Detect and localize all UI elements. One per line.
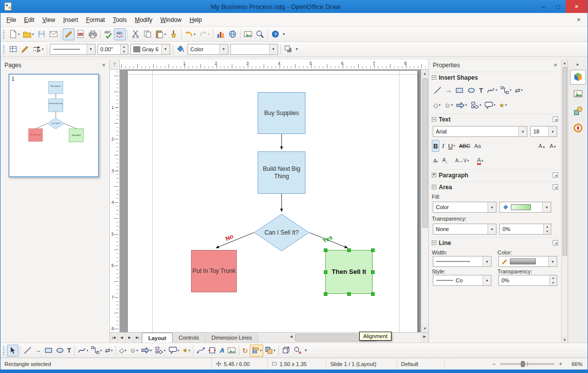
gallery-tab[interactable] [570, 87, 586, 102]
extrusion-button[interactable] [281, 345, 292, 357]
copy-button[interactable] [141, 28, 153, 40]
text-tool[interactable]: T [66, 345, 73, 357]
line-dialog-launcher-icon[interactable] [553, 240, 558, 246]
open-button[interactable] [21, 28, 36, 40]
scroll-right-icon[interactable]: ▶ [421, 333, 428, 340]
page-thumbnail[interactable]: 1 Buy Supplies Build Next Big Thing Can … [8, 74, 99, 177]
flow-node-buy-supplies[interactable]: Buy Supplies [258, 92, 305, 134]
menu-file[interactable]: File [2, 14, 20, 26]
selection-handle-w[interactable] [324, 270, 327, 274]
zoom-button[interactable] [254, 28, 266, 40]
arrow-style-button[interactable] [31, 43, 45, 55]
first-page-nav-icon[interactable]: |◀ [110, 333, 118, 343]
selection-handle-nw[interactable] [324, 249, 327, 252]
scroll-up-icon[interactable]: ▲ [562, 60, 568, 66]
line-tool[interactable] [22, 345, 33, 357]
flow-node-can-i-sell-it[interactable]: Can I Sell It? [254, 214, 309, 251]
callout-shapes-tool[interactable] [167, 345, 181, 357]
ellipse-tool[interactable] [54, 345, 66, 357]
tab-layout[interactable]: Layout [142, 333, 173, 343]
toolbar-options-icon[interactable]: ▾ [282, 28, 287, 40]
paragraph-dialog-launcher-icon[interactable] [553, 172, 558, 178]
shadow-button[interactable] [283, 43, 294, 55]
vertical-scrollbar[interactable]: ▲ ▼ [421, 70, 428, 332]
prev-page-nav-icon[interactable]: ◀ [118, 333, 126, 343]
scroll-left-icon[interactable]: ◀ [288, 333, 295, 340]
arrow-line-tool[interactable]: → [444, 84, 453, 96]
menu-help[interactable]: Help [186, 14, 206, 26]
change-case-button[interactable]: Aa [473, 140, 482, 152]
fontwork-button[interactable]: A [218, 345, 225, 357]
lines-and-arrows-tool[interactable]: ⇄ [513, 84, 524, 96]
selection-handle-e[interactable] [371, 270, 375, 274]
rotate-button[interactable]: ↻ [241, 345, 250, 357]
edit-points-button[interactable] [195, 345, 206, 357]
close-button[interactable]: × [566, 0, 588, 13]
toolbar-grip[interactable] [3, 30, 4, 39]
collapse-icon[interactable]: − [432, 117, 436, 122]
paste-button[interactable] [153, 28, 168, 40]
toolbar-grip[interactable] [3, 45, 4, 54]
star-shapes-tool[interactable]: ★ [181, 345, 192, 357]
menu-tools[interactable]: Tools [109, 14, 131, 26]
interaction-button[interactable] [292, 345, 303, 357]
collapse-icon[interactable]: − [432, 241, 436, 245]
character-spacing-button[interactable]: A↔V [454, 155, 471, 167]
chart-button[interactable] [215, 28, 227, 40]
menu-window[interactable]: Window [156, 14, 186, 26]
sidebar-line-width-select[interactable]: ▾ [433, 256, 491, 267]
flow-node-build-next-big-thing[interactable]: Build Next Big Thing [258, 151, 305, 194]
scroll-down-icon[interactable]: ▼ [421, 325, 429, 332]
horizontal-scroll-track[interactable] [295, 333, 421, 343]
tab-controls[interactable]: Controls [173, 333, 205, 343]
selection-handle-n[interactable] [347, 249, 351, 252]
maximize-button[interactable]: □ [551, 0, 566, 13]
bold-button[interactable]: B [432, 140, 439, 152]
area-fill-color-select[interactable]: ▾ [499, 202, 551, 213]
selection-handle-ne[interactable] [371, 249, 375, 252]
styles-tab[interactable] [570, 104, 586, 119]
underline-button[interactable]: U [447, 140, 457, 152]
selection-handle-sw[interactable] [324, 292, 327, 296]
superscript-button[interactable]: Aᵃ [432, 155, 440, 167]
decrease-font-button[interactable]: A▼ [548, 140, 558, 152]
spellcheck-button[interactable]: ABC [102, 28, 114, 40]
connector-tool[interactable] [499, 84, 513, 96]
edit-file-button[interactable] [63, 28, 75, 40]
basic-shapes-tool[interactable]: ◇ [432, 99, 442, 111]
selection-handle-se[interactable] [371, 292, 375, 296]
section-insert-shapes[interactable]: −Insert Shapes [432, 72, 558, 83]
hyperlink-button[interactable] [227, 28, 239, 40]
undo-button[interactable] [183, 28, 197, 40]
sidebar-menu-icon[interactable]: ▸ [574, 61, 583, 68]
font-color-button[interactable]: A [476, 155, 485, 167]
horizontal-scrollbar[interactable]: ◀ ▶ [288, 333, 428, 343]
fill-style-select[interactable]: Color▾ [188, 44, 228, 55]
export-pdf-button[interactable]: PDF [75, 28, 87, 40]
clone-formatting-button[interactable] [168, 28, 180, 40]
glue-points-button[interactable] [206, 345, 218, 357]
sidebar-line-color-select[interactable]: ▾ [498, 256, 557, 267]
tab-dimension-lines[interactable]: Dimension Lines [205, 333, 258, 343]
menu-view[interactable]: View [38, 14, 59, 26]
text-dialog-launcher-icon[interactable] [553, 117, 558, 122]
flowchart-shapes-tool[interactable] [469, 99, 483, 111]
zoom-in-icon[interactable]: + [558, 361, 564, 368]
symbol-shapes-tool[interactable]: ☺ [128, 345, 140, 357]
properties-tab[interactable] [570, 70, 586, 85]
sidebar-line-style-select[interactable]: Co▾ [433, 275, 491, 286]
star-shapes-tool[interactable]: ★ [497, 99, 508, 111]
section-line[interactable]: −Line [432, 237, 558, 248]
alignment-button[interactable] [250, 345, 264, 357]
document-page[interactable]: Buy Supplies Build Next Big Thing Can I … [128, 71, 417, 332]
titlebar[interactable]: My Business Process.odg - OpenOffice Dra… [0, 0, 588, 13]
zoom-out-icon[interactable]: − [491, 361, 497, 368]
new-button[interactable] [7, 28, 21, 40]
scroll-up-icon[interactable]: ▲ [421, 70, 429, 77]
zoom-slider-thumb[interactable] [521, 361, 525, 367]
menu-format[interactable]: Format [82, 14, 109, 26]
flow-node-put-in-toy-trunk[interactable]: Put In Toy Trunk [191, 250, 237, 292]
rectangle-tool[interactable] [454, 84, 465, 96]
connector-tool[interactable] [90, 345, 103, 357]
line-style-select[interactable]: ▾ [50, 44, 96, 55]
